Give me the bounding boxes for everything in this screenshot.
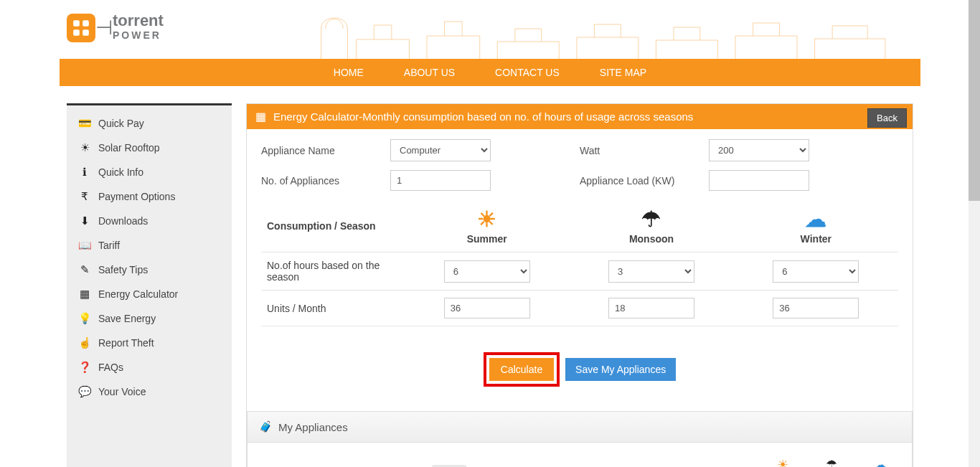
units-label: Units / Month <box>261 291 405 326</box>
nav-sitemap[interactable]: SITE MAP <box>600 67 646 78</box>
svg-rect-2 <box>73 29 80 36</box>
sidebar-item-label: Quick Pay <box>98 118 144 129</box>
sidebar-item-tariff[interactable]: 📖Tariff <box>67 233 232 258</box>
my-appliances-panel: 🧳 My Appliances Your Total Connected Loa… <box>247 411 913 467</box>
summer-units-input[interactable] <box>444 298 530 319</box>
my-appliances-title: My Appliances <box>278 421 348 433</box>
main-nav: HOME ABOUT US CONTACT US SITE MAP <box>60 59 920 86</box>
nav-about[interactable]: ABOUT US <box>404 67 455 78</box>
vertical-scrollbar[interactable] <box>969 0 980 467</box>
sidebar-item-label: Payment Options <box>98 191 175 202</box>
summary-sun-icon: ☀ <box>765 457 800 467</box>
no-appliances-label: No. of Appliances <box>261 175 390 187</box>
sidebar-item-label: Quick Info <box>98 166 143 178</box>
sidebar-item-label: FAQs <box>98 362 123 373</box>
sidebar-item-label: Report Theft <box>98 337 154 349</box>
summer-hours-select[interactable]: 6 <box>444 260 530 283</box>
svg-rect-0 <box>73 20 80 27</box>
logo-brand: torrent <box>113 13 164 29</box>
logo-sub: POWER <box>113 29 164 43</box>
bulb-icon: 💡 <box>78 312 91 325</box>
chat-icon: 💬 <box>78 385 91 398</box>
summer-label: Summer <box>467 233 507 245</box>
card-icon: 💳 <box>78 117 91 130</box>
sidebar-item-your-voice[interactable]: 💬Your Voice <box>67 379 232 404</box>
appliance-load-label: Appliance Load (KW) <box>580 175 709 187</box>
winter-units-input[interactable] <box>773 298 859 319</box>
svg-rect-1 <box>83 20 89 27</box>
winter-label: Winter <box>801 233 831 245</box>
summary-umbrella-icon: ☂ <box>814 457 849 467</box>
hand-icon: ☝ <box>78 336 91 349</box>
logo[interactable]: ⊣ torrent POWER <box>67 13 164 43</box>
hours-label: No.of hours based on the season <box>261 253 405 291</box>
logo-dash: ⊣ <box>95 16 113 39</box>
appliance-load-input[interactable] <box>709 170 809 191</box>
sidebar-item-label: Safety Tips <box>98 264 148 275</box>
sidebar-item-label: Save Energy <box>98 313 156 324</box>
sun-icon: ☀ <box>410 207 563 232</box>
grid-icon: ▦ <box>78 288 91 301</box>
sidebar-item-label: Energy Calculator <box>98 288 178 300</box>
watt-select[interactable]: 200 <box>709 139 809 161</box>
cloud-icon: ☁ <box>740 207 892 232</box>
winter-hours-select[interactable]: 6 <box>773 260 859 283</box>
monsoon-units-input[interactable] <box>608 298 694 319</box>
question-icon: ❓ <box>78 361 91 374</box>
monsoon-label: Monsoon <box>629 233 674 245</box>
appliance-name-select[interactable]: Computer <box>390 139 491 161</box>
book-icon: 📖 <box>78 239 91 252</box>
monsoon-hours-select[interactable]: 3 <box>608 260 694 283</box>
sidebar-item-solar[interactable]: ☀Solar Rooftop <box>67 136 232 160</box>
summary-cloud-icon: ☁ <box>863 457 897 467</box>
nav-contact[interactable]: CONTACT US <box>495 67 560 78</box>
save-appliances-button[interactable]: Save My Appliances <box>565 358 676 381</box>
no-appliances-input[interactable] <box>390 170 491 191</box>
nav-home[interactable]: HOME <box>334 67 364 78</box>
skyline-illustration <box>303 0 920 59</box>
umbrella-icon: ☂ <box>575 207 727 232</box>
sidebar-item-payment[interactable]: ₹Payment Options <box>67 184 232 209</box>
consumption-season-header: Consumption / Season <box>261 199 405 253</box>
calculate-button[interactable]: Calculate <box>489 358 554 381</box>
appliance-name-label: Appliance Name <box>261 145 390 156</box>
briefcase-icon: 🧳 <box>259 420 273 433</box>
sidebar-item-report-theft[interactable]: ☝Report Theft <box>67 331 232 355</box>
energy-calculator-panel: ▦ Energy Calculator-Monthly consumption … <box>246 103 913 467</box>
sun-gear-icon: ☀ <box>78 141 91 154</box>
rupee-icon: ₹ <box>78 190 91 203</box>
sidebar-item-downloads[interactable]: ⬇Downloads <box>67 209 232 233</box>
sidebar-item-quickpay[interactable]: 💳Quick Pay <box>67 111 232 136</box>
sidebar-item-label: Your Voice <box>98 386 146 397</box>
panel-title: Energy Calculator-Monthly consumption ba… <box>273 110 693 123</box>
sidebar-item-label: Solar Rooftop <box>98 142 160 154</box>
logo-icon <box>67 14 95 42</box>
sidebar-item-quickinfo[interactable]: ℹQuick Info <box>67 160 232 184</box>
sidebar-item-safety[interactable]: ✎Safety Tips <box>67 258 232 282</box>
watt-label: Watt <box>580 145 709 156</box>
sidebar-item-save-energy[interactable]: 💡Save Energy <box>67 306 232 331</box>
back-button[interactable]: Back <box>867 108 907 128</box>
sidebar-item-label: Tariff <box>98 240 120 251</box>
grid-icon: ▦ <box>255 110 266 123</box>
sidebar: 💳Quick Pay ☀Solar Rooftop ℹQuick Info ₹P… <box>67 103 232 467</box>
wand-icon: ✎ <box>78 263 91 276</box>
sidebar-item-label: Downloads <box>98 215 148 227</box>
svg-rect-3 <box>83 29 89 36</box>
sidebar-item-faqs[interactable]: ❓FAQs <box>67 355 232 379</box>
info-icon: ℹ <box>78 166 91 179</box>
calculate-highlight: Calculate <box>484 352 560 387</box>
download-icon: ⬇ <box>78 214 91 227</box>
sidebar-item-calculator[interactable]: ▦Energy Calculator <box>67 282 232 306</box>
